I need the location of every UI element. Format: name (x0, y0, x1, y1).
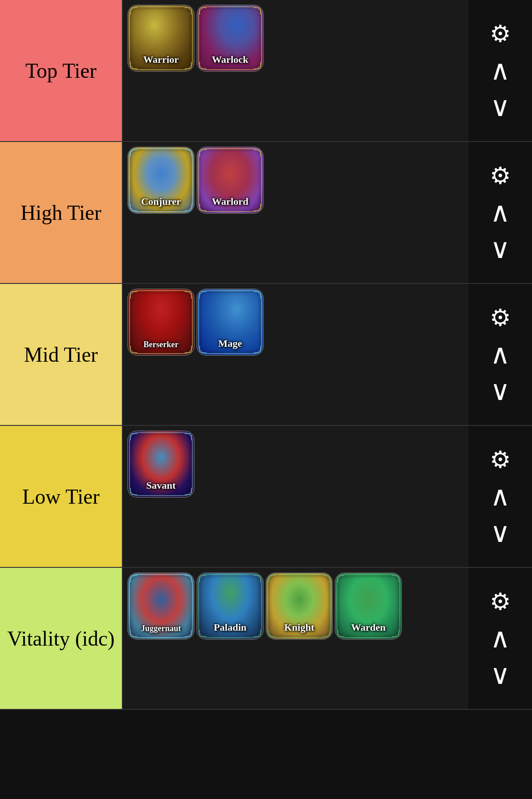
settings-button-low[interactable]: ⚙ (484, 444, 516, 476)
chevron-up-icon: ∧ (490, 344, 510, 365)
class-name-mage: Mage (218, 338, 242, 355)
tier-controls-vitality: ⚙∧∨ (468, 568, 532, 709)
chevron-up-icon: ∧ (490, 485, 510, 507)
gear-icon: ⚙ (490, 22, 511, 46)
class-card-savant: Savant (127, 430, 195, 498)
tier-content-mid: BerserkerMage (123, 284, 468, 425)
chevron-down-icon: ∨ (490, 96, 510, 118)
class-name-paladin: Paladin (214, 622, 246, 639)
class-card-mage: Mage (196, 288, 264, 356)
move-down-button-vitality[interactable]: ∨ (484, 659, 516, 691)
move-up-button-high[interactable]: ∧ (484, 197, 516, 228)
tier-content-high: ConjurerWarlord (123, 142, 468, 283)
tier-content-vitality: JuggernautPaladinKnightWarden (123, 568, 468, 709)
chevron-up-icon: ∧ (490, 202, 510, 223)
class-card-warden: Warden (335, 572, 402, 640)
move-up-button-mid[interactable]: ∧ (484, 339, 516, 370)
tier-row-high: High TierConjurerWarlord⚙∧∨ (0, 142, 532, 284)
class-name-conjurer: Conjurer (141, 196, 181, 213)
tier-content-top: WarriorWarlock (123, 0, 468, 141)
tier-label-high: High Tier (0, 142, 123, 283)
tier-label-mid: Mid Tier (0, 284, 123, 425)
tier-label-top: Top Tier (0, 0, 123, 141)
class-name-juggernaut: Juggernaut (141, 624, 181, 639)
tier-row-low: Low TierSavant⚙∧∨ (0, 426, 532, 568)
class-name-warden: Warden (351, 622, 386, 639)
tier-controls-low: ⚙∧∨ (468, 426, 532, 567)
tier-list: Top TierWarriorWarlock⚙∧∨High TierConjur… (0, 0, 532, 710)
tier-controls-top: ⚙∧∨ (468, 0, 532, 141)
class-name-warrior: Warrior (143, 54, 179, 71)
settings-button-mid[interactable]: ⚙ (484, 302, 516, 334)
move-down-button-top[interactable]: ∨ (484, 91, 516, 123)
class-card-warlock: Warlock (196, 5, 264, 72)
tier-row-vitality: Vitality (idc)JuggernautPaladinKnightWar… (0, 568, 532, 710)
settings-button-top[interactable]: ⚙ (484, 18, 516, 50)
gear-icon: ⚙ (490, 164, 511, 188)
class-card-conjurer: Conjurer (127, 147, 195, 214)
class-name-knight: Knight (284, 622, 314, 639)
class-card-paladin: Paladin (196, 572, 264, 640)
move-up-button-low[interactable]: ∧ (484, 480, 516, 512)
chevron-down-icon: ∨ (490, 522, 510, 544)
class-card-warlord: Warlord (196, 147, 264, 214)
gear-icon: ⚙ (490, 590, 511, 614)
class-name-savant: Savant (146, 480, 176, 497)
chevron-down-icon: ∨ (490, 238, 510, 260)
chevron-down-icon: ∨ (490, 664, 510, 686)
class-card-knight: Knight (266, 572, 333, 640)
chevron-up-icon: ∧ (490, 627, 510, 649)
move-up-button-vitality[interactable]: ∧ (484, 622, 516, 654)
tier-row-mid: Mid TierBerserkerMage⚙∧∨ (0, 284, 532, 426)
class-name-warlock: Warlock (212, 54, 249, 71)
gear-icon: ⚙ (490, 306, 511, 330)
chevron-up-icon: ∧ (490, 60, 510, 81)
tier-label-low: Low Tier (0, 426, 123, 567)
move-up-button-top[interactable]: ∧ (484, 55, 516, 86)
move-down-button-high[interactable]: ∨ (484, 233, 516, 265)
tier-controls-high: ⚙∧∨ (468, 142, 532, 283)
class-name-warlord: Warlord (212, 196, 249, 213)
gear-icon: ⚙ (490, 448, 511, 472)
settings-button-vitality[interactable]: ⚙ (484, 586, 516, 618)
tier-controls-mid: ⚙∧∨ (468, 284, 532, 425)
tier-label-vitality: Vitality (idc) (0, 568, 123, 709)
class-card-warrior: Warrior (127, 5, 195, 72)
class-card-juggernaut: Juggernaut (127, 572, 195, 640)
tier-content-low: Savant (123, 426, 468, 567)
class-name-berserker: Berserker (144, 340, 179, 355)
chevron-down-icon: ∨ (490, 380, 510, 402)
move-down-button-low[interactable]: ∨ (484, 517, 516, 549)
move-down-button-mid[interactable]: ∨ (484, 375, 516, 407)
tier-row-top: Top TierWarriorWarlock⚙∧∨ (0, 0, 532, 142)
settings-button-high[interactable]: ⚙ (484, 160, 516, 192)
class-card-berserker: Berserker (127, 288, 195, 356)
